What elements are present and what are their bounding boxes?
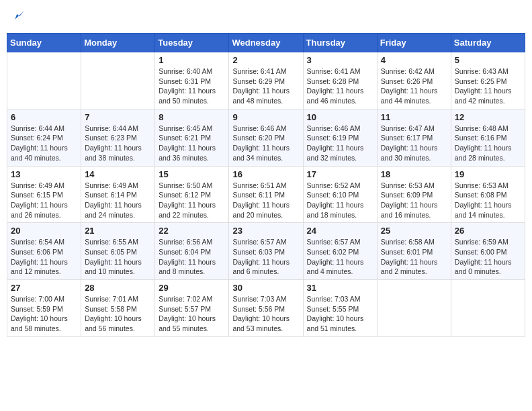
calendar-cell: 16Sunrise: 6:51 AM Sunset: 6:11 PM Dayli… [229, 166, 303, 223]
day-info: Sunrise: 6:49 AM Sunset: 6:14 PM Dayligh… [85, 181, 151, 220]
day-info: Sunrise: 6:42 AM Sunset: 6:26 PM Dayligh… [381, 66, 447, 106]
day-of-week-header: Wednesday [229, 34, 303, 52]
calendar-cell: 28Sunrise: 7:01 AM Sunset: 5:58 PM Dayli… [81, 280, 155, 337]
day-info: Sunrise: 6:48 AM Sunset: 6:16 PM Dayligh… [455, 124, 521, 163]
day-info: Sunrise: 6:44 AM Sunset: 6:24 PM Dayligh… [11, 124, 77, 163]
calendar-cell: 15Sunrise: 6:50 AM Sunset: 6:12 PM Dayli… [155, 166, 229, 223]
day-number: 1 [159, 55, 225, 65]
calendar-cell [451, 280, 525, 337]
day-number: 18 [381, 169, 447, 179]
day-number: 28 [85, 283, 151, 293]
day-info: Sunrise: 6:49 AM Sunset: 6:15 PM Dayligh… [11, 181, 77, 220]
logo [12, 9, 26, 25]
day-info: Sunrise: 7:03 AM Sunset: 5:55 PM Dayligh… [307, 294, 373, 334]
day-info: Sunrise: 6:50 AM Sunset: 6:12 PM Dayligh… [159, 181, 225, 220]
day-info: Sunrise: 6:46 AM Sunset: 6:19 PM Dayligh… [307, 124, 373, 163]
calendar-cell [81, 52, 155, 109]
day-number: 14 [85, 169, 151, 179]
page-header [7, 7, 525, 28]
day-number: 6 [11, 112, 77, 122]
day-info: Sunrise: 6:41 AM Sunset: 6:28 PM Dayligh… [307, 66, 373, 106]
logo-text [12, 9, 26, 25]
day-number: 23 [232, 226, 299, 236]
day-of-week-header: Friday [377, 34, 451, 52]
day-info: Sunrise: 6:58 AM Sunset: 6:01 PM Dayligh… [381, 237, 447, 277]
day-number: 5 [455, 55, 521, 65]
calendar-cell: 26Sunrise: 6:59 AM Sunset: 6:00 PM Dayli… [451, 223, 525, 280]
day-number: 2 [232, 55, 299, 65]
calendar-cell: 8Sunrise: 6:45 AM Sunset: 6:21 PM Daylig… [155, 109, 229, 166]
calendar-week-row: 1Sunrise: 6:40 AM Sunset: 6:31 PM Daylig… [7, 52, 525, 109]
logo-bird-icon [13, 9, 26, 21]
day-of-week-header: Tuesday [155, 34, 229, 52]
day-info: Sunrise: 7:01 AM Sunset: 5:58 PM Dayligh… [85, 294, 151, 334]
day-info: Sunrise: 7:03 AM Sunset: 5:56 PM Dayligh… [232, 294, 299, 334]
calendar-table: SundayMondayTuesdayWednesdayThursdayFrid… [7, 33, 525, 337]
calendar-cell: 6Sunrise: 6:44 AM Sunset: 6:24 PM Daylig… [7, 109, 81, 166]
day-info: Sunrise: 6:52 AM Sunset: 6:10 PM Dayligh… [307, 181, 373, 220]
day-number: 12 [455, 112, 521, 122]
calendar-week-row: 13Sunrise: 6:49 AM Sunset: 6:15 PM Dayli… [7, 166, 525, 223]
day-info: Sunrise: 6:40 AM Sunset: 6:31 PM Dayligh… [159, 66, 225, 106]
calendar-cell: 3Sunrise: 6:41 AM Sunset: 6:28 PM Daylig… [303, 52, 377, 109]
calendar-cell: 18Sunrise: 6:53 AM Sunset: 6:09 PM Dayli… [377, 166, 451, 223]
day-of-week-header: Saturday [451, 34, 525, 52]
calendar-cell [377, 280, 451, 337]
day-info: Sunrise: 6:57 AM Sunset: 6:03 PM Dayligh… [232, 237, 299, 277]
day-number: 21 [85, 226, 151, 236]
day-info: Sunrise: 6:59 AM Sunset: 6:00 PM Dayligh… [455, 237, 521, 277]
day-number: 27 [11, 283, 77, 293]
day-number: 13 [11, 169, 77, 179]
calendar-cell: 5Sunrise: 6:43 AM Sunset: 6:25 PM Daylig… [451, 52, 525, 109]
calendar-cell: 2Sunrise: 6:41 AM Sunset: 6:29 PM Daylig… [229, 52, 303, 109]
day-number: 24 [307, 226, 373, 236]
calendar-cell: 17Sunrise: 6:52 AM Sunset: 6:10 PM Dayli… [303, 166, 377, 223]
day-info: Sunrise: 6:45 AM Sunset: 6:21 PM Dayligh… [159, 124, 225, 163]
day-number: 30 [232, 283, 299, 293]
day-number: 10 [307, 112, 373, 122]
calendar-week-row: 20Sunrise: 6:54 AM Sunset: 6:06 PM Dayli… [7, 223, 525, 280]
calendar-cell: 24Sunrise: 6:57 AM Sunset: 6:02 PM Dayli… [303, 223, 377, 280]
day-number: 15 [159, 169, 225, 179]
calendar-week-row: 27Sunrise: 7:00 AM Sunset: 5:59 PM Dayli… [7, 280, 525, 337]
day-of-week-header: Monday [81, 34, 155, 52]
day-number: 4 [381, 55, 447, 65]
day-number: 25 [381, 226, 447, 236]
calendar-cell: 9Sunrise: 6:46 AM Sunset: 6:20 PM Daylig… [229, 109, 303, 166]
day-info: Sunrise: 6:54 AM Sunset: 6:06 PM Dayligh… [11, 237, 77, 277]
day-info: Sunrise: 6:56 AM Sunset: 6:04 PM Dayligh… [159, 237, 225, 277]
day-info: Sunrise: 6:47 AM Sunset: 6:17 PM Dayligh… [381, 124, 447, 163]
day-info: Sunrise: 6:41 AM Sunset: 6:29 PM Dayligh… [232, 66, 299, 106]
day-number: 16 [232, 169, 299, 179]
day-number: 11 [381, 112, 447, 122]
calendar-cell: 21Sunrise: 6:55 AM Sunset: 6:05 PM Dayli… [81, 223, 155, 280]
day-number: 26 [455, 226, 521, 236]
calendar-cell: 27Sunrise: 7:00 AM Sunset: 5:59 PM Dayli… [7, 280, 81, 337]
calendar-cell: 22Sunrise: 6:56 AM Sunset: 6:04 PM Dayli… [155, 223, 229, 280]
calendar-cell: 19Sunrise: 6:53 AM Sunset: 6:08 PM Dayli… [451, 166, 525, 223]
calendar-cell: 7Sunrise: 6:44 AM Sunset: 6:23 PM Daylig… [81, 109, 155, 166]
day-number: 19 [455, 169, 521, 179]
calendar-cell: 20Sunrise: 6:54 AM Sunset: 6:06 PM Dayli… [7, 223, 81, 280]
day-info: Sunrise: 6:57 AM Sunset: 6:02 PM Dayligh… [307, 237, 373, 277]
calendar-cell: 10Sunrise: 6:46 AM Sunset: 6:19 PM Dayli… [303, 109, 377, 166]
calendar-cell: 13Sunrise: 6:49 AM Sunset: 6:15 PM Dayli… [7, 166, 81, 223]
calendar-cell: 30Sunrise: 7:03 AM Sunset: 5:56 PM Dayli… [229, 280, 303, 337]
day-number: 9 [232, 112, 299, 122]
day-of-week-header: Sunday [7, 34, 81, 52]
calendar-cell [7, 52, 81, 109]
day-info: Sunrise: 6:46 AM Sunset: 6:20 PM Dayligh… [232, 124, 299, 163]
day-info: Sunrise: 7:00 AM Sunset: 5:59 PM Dayligh… [11, 294, 77, 334]
day-number: 17 [307, 169, 373, 179]
day-of-week-header: Thursday [303, 34, 377, 52]
calendar-cell: 12Sunrise: 6:48 AM Sunset: 6:16 PM Dayli… [451, 109, 525, 166]
calendar-cell: 23Sunrise: 6:57 AM Sunset: 6:03 PM Dayli… [229, 223, 303, 280]
day-number: 3 [307, 55, 373, 65]
calendar-header-row: SundayMondayTuesdayWednesdayThursdayFrid… [7, 34, 525, 52]
calendar-cell: 14Sunrise: 6:49 AM Sunset: 6:14 PM Dayli… [81, 166, 155, 223]
day-number: 22 [159, 226, 225, 236]
day-info: Sunrise: 6:51 AM Sunset: 6:11 PM Dayligh… [232, 181, 299, 220]
day-info: Sunrise: 6:43 AM Sunset: 6:25 PM Dayligh… [455, 66, 521, 106]
calendar-week-row: 6Sunrise: 6:44 AM Sunset: 6:24 PM Daylig… [7, 109, 525, 166]
day-info: Sunrise: 6:44 AM Sunset: 6:23 PM Dayligh… [85, 124, 151, 163]
